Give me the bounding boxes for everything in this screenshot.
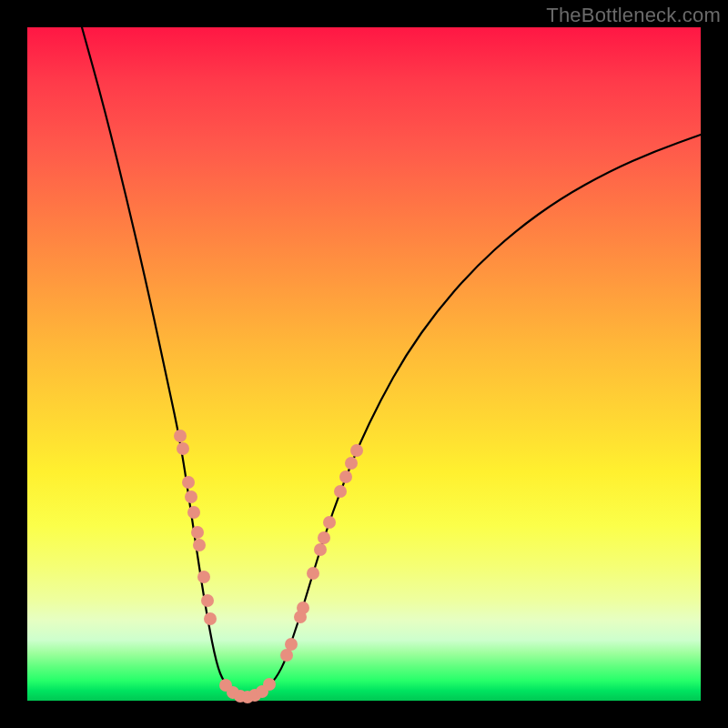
marker-dot [197, 571, 210, 583]
curve-svg [27, 27, 701, 701]
marker-dot [177, 442, 189, 455]
marker-dot [182, 476, 195, 489]
marker-group [174, 430, 363, 703]
plot-area [27, 27, 701, 701]
marker-dot [263, 678, 276, 691]
marker-dot [350, 444, 363, 457]
v-curve-path [82, 27, 701, 696]
marker-dot [174, 430, 187, 442]
marker-dot [323, 516, 336, 529]
marker-dot [297, 602, 309, 614]
marker-dot [314, 543, 327, 556]
marker-dot [191, 526, 204, 539]
marker-dot [185, 490, 197, 503]
marker-dot [204, 612, 217, 625]
marker-dot [193, 539, 206, 551]
watermark-label: TheBottleneck.com [546, 4, 721, 27]
marker-dot [345, 457, 358, 470]
marker-dot [339, 470, 352, 483]
marker-dot [285, 638, 298, 651]
chart-stage: TheBottleneck.com [0, 0, 728, 728]
marker-dot [334, 485, 347, 498]
marker-dot [187, 506, 200, 519]
marker-dot [318, 531, 330, 544]
marker-dot [280, 649, 293, 662]
marker-dot [307, 567, 319, 580]
marker-dot [201, 594, 214, 607]
